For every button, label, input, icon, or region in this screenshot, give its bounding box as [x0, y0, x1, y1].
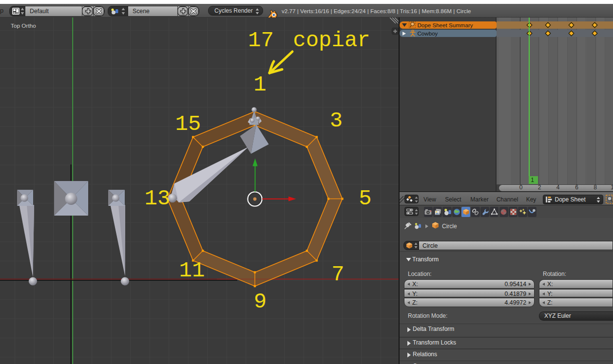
svg-text:7: 7 [331, 262, 344, 287]
svg-text:5: 5 [359, 186, 371, 211]
svg-text:copiar: copiar [293, 28, 370, 53]
svg-text:17: 17 [248, 28, 274, 53]
svg-text:13: 13 [145, 186, 171, 211]
svg-text:11: 11 [179, 258, 205, 283]
svg-text:1: 1 [253, 73, 266, 97]
svg-text:3: 3 [330, 109, 343, 133]
svg-text:9: 9 [254, 290, 267, 314]
svg-text:Top Ortho: Top Ortho [11, 22, 36, 29]
svg-text:15: 15 [175, 112, 201, 136]
